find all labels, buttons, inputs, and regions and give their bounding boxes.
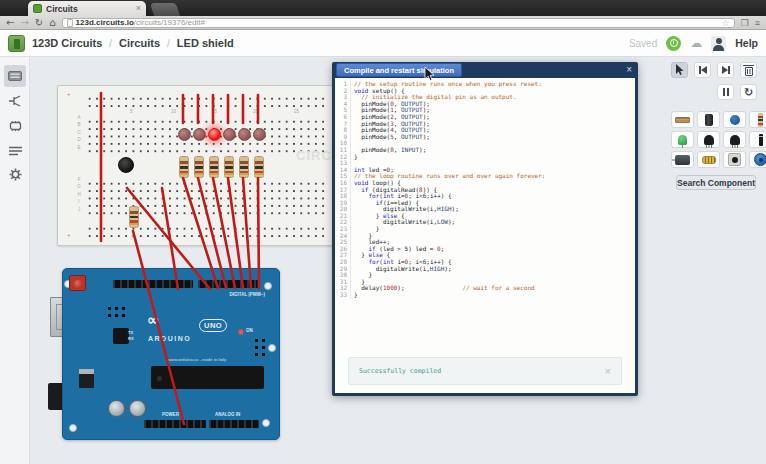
breadboard-view-icon [8,71,22,81]
resistor-component[interactable] [179,156,189,178]
breadcrumb-separator: / [109,38,112,49]
compile-status-text: Successfully compiled [359,367,441,375]
sidebar-item-component-list[interactable] [4,140,26,162]
url-bar[interactable]: 123d.circuits.io/circuits/19376/edit# ☆ [62,18,735,28]
brand-title[interactable]: 123D Circuits [32,37,102,49]
breadcrumb-circuits[interactable]: Circuits [119,37,160,49]
digital-header-pins[interactable] [113,280,193,288]
palette-item-resistor[interactable] [749,111,766,128]
palette-item-dc-motor[interactable] [671,151,694,168]
pcb-view-icon [8,121,23,131]
code-line[interactable]: 11 pinMode(8, INPUT); [335,147,633,154]
menu-icon[interactable]: ≡ [755,18,760,28]
code-editor-panel[interactable]: Compile and restart simulation × 1// the… [332,62,638,396]
code-line[interactable]: 22 digitalWrite(i,LOW); [335,219,633,226]
step-back-button[interactable] [694,62,711,78]
browser-tab[interactable]: Circuits × [28,1,146,16]
resistor-component[interactable] [254,156,264,178]
breadcrumb-project[interactable]: LED shield [177,37,234,49]
resistor-component[interactable] [239,156,249,178]
sidebar-item-settings[interactable] [4,163,26,185]
icsp-header [106,305,127,319]
resistor-icon [758,113,763,127]
palette-item-potentiometer[interactable] [749,151,766,168]
select-tool-button[interactable] [671,62,688,78]
code-line[interactable]: 12} [335,154,633,161]
column-label: 15 [212,109,217,114]
led-component-lit[interactable] [208,128,221,141]
arduino-uno-board[interactable]: DIGITAL (PWM~) TX RX ∞ UNO ARDUINO ON ww… [62,268,280,440]
voltage-regulator [79,369,94,388]
app-logo-icon[interactable] [8,35,25,52]
column-label: 5 [130,109,133,114]
pushbutton-component[interactable] [118,157,134,173]
palette-item-ceramic-capacitor[interactable] [723,111,746,128]
led-component[interactable] [238,128,251,141]
forward-icon[interactable]: → [20,18,28,28]
breadboard-top-rail[interactable] [84,93,329,108]
resistor-component[interactable] [209,156,219,178]
reset-button[interactable] [69,275,86,291]
led-component[interactable] [178,128,191,141]
code-line[interactable]: 30 } [335,272,633,279]
analog-header-pins[interactable] [209,420,259,428]
breadboard-bottom-rail[interactable] [84,223,329,238]
panel-close-icon[interactable]: × [624,65,634,75]
reload-icon[interactable]: ↻ [35,18,43,28]
palette-item-photoresistor[interactable] [697,151,720,168]
browser-tabbar: Circuits × [0,0,766,16]
code-line[interactable]: 33} [335,292,633,299]
editor-canvas[interactable]: + + CIRCUITS ABCDEFGHIJ51015202530 DIGIT… [0,57,766,464]
uno-badge: UNO [199,319,227,332]
search-component-button[interactable]: Search Component [676,175,756,190]
new-tab-button[interactable] [150,3,180,16]
palette-item-electrolytic-capacitor[interactable] [697,111,720,128]
code-line[interactable]: 32 delay(1000); // wait for a second [335,285,633,292]
avatar[interactable] [711,36,726,51]
status-close-icon[interactable]: × [605,365,611,377]
breadboard-grid-bottom[interactable] [84,178,329,215]
palette-item-green-led[interactable] [671,131,694,148]
resistor-component[interactable] [129,206,139,228]
code-line[interactable]: 29 digitalWrite(i,HIGH); [335,266,633,273]
code-line[interactable]: 23 } [335,226,633,233]
schematic-view-icon [8,95,22,107]
tab-close-icon[interactable]: × [136,4,141,13]
url-path: /circuits/19376/edit# [134,18,205,27]
cloud-icon[interactable]: ☁ [690,37,702,49]
sidebar-item-pcb-view[interactable] [4,115,26,137]
arduino-brand: ARDUINO [148,335,191,342]
compile-restart-button[interactable]: Compile and restart simulation [336,63,462,77]
pause-button[interactable] [717,84,734,100]
sidebar-item-schematic-view[interactable] [4,90,26,112]
led-component[interactable] [193,128,206,141]
bookmark-star-icon[interactable]: ☆ [722,18,730,28]
resistor-component[interactable] [194,156,204,178]
palette-item-pushbutton[interactable] [723,151,746,168]
breadboard[interactable]: + + CIRCUITS ABCDEFGHIJ51015202530 [57,85,338,246]
potentiometer-icon [754,153,766,166]
led-component[interactable] [223,128,236,141]
power-header-pins[interactable] [144,420,206,428]
pages-icon[interactable]: ❐ [741,18,749,28]
step-forward-button[interactable] [717,62,734,78]
back-icon[interactable]: ← [6,18,14,28]
palette-item-diode[interactable] [749,131,766,148]
capacitor [129,400,146,417]
code-area[interactable]: 1// the setup routine runs once when you… [335,81,633,299]
help-link[interactable]: Help [735,37,758,49]
palette-item-breadboard[interactable] [671,111,694,128]
breadboard-grid-top[interactable] [84,116,329,153]
history-clock-icon[interactable] [666,36,681,51]
code-line[interactable]: 9 pinMode(5, OUTPUT); [335,134,633,141]
digital-header-pins[interactable] [198,280,259,288]
code-panel-body: 1// the setup routine runs once when you… [335,78,635,393]
delete-button[interactable] [740,62,757,78]
resistor-component[interactable] [224,156,234,178]
restart-button[interactable]: ↻ [740,84,757,100]
palette-item-pnp-transistor[interactable] [723,131,746,148]
led-component[interactable] [253,128,266,141]
home-icon[interactable]: ⌂ [49,18,55,28]
sidebar-item-breadboard-view[interactable] [4,65,26,87]
palette-item-npn-transistor[interactable] [697,131,720,148]
